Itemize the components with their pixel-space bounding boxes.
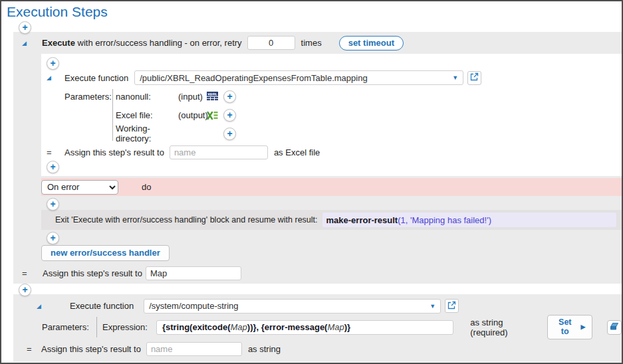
- execute-step-container: + ◢ Execute function /public/XBRL_ReadOp…: [41, 54, 622, 176]
- set-timeout-button[interactable]: set timeout: [339, 36, 404, 50]
- add-substep-button[interactable]: +: [47, 161, 59, 173]
- equals-sign: =: [47, 147, 53, 157]
- expression-label: Expression:: [102, 322, 148, 332]
- expression-function-name: make-error-result: [326, 215, 398, 225]
- plus-icon: +: [227, 128, 232, 139]
- result-name-input[interactable]: [146, 266, 241, 280]
- add-parameter-value-button[interactable]: +: [223, 109, 236, 122]
- assign-result-label: Assign this step's result to: [43, 268, 142, 278]
- equals-sign: =: [27, 344, 32, 354]
- clear-value-button[interactable]: [607, 320, 622, 335]
- function-path-dropdown[interactable]: /public/XBRL_ReadOperatingExpensesFromTa…: [134, 70, 463, 85]
- assign-result-row: = Assign this step's result to: [13, 263, 622, 284]
- exit-block-row: Exit 'Execute with error/success handlin…: [41, 210, 622, 230]
- add-parameter-value-button[interactable]: +: [223, 128, 236, 140]
- plus-icon: +: [50, 199, 55, 209]
- new-error-success-handler-button[interactable]: new error/success handler: [41, 245, 170, 261]
- function-path-dropdown[interactable]: /system/compute-string ▼: [144, 299, 441, 314]
- external-link-icon: [470, 72, 479, 83]
- set-to-button[interactable]: Set to ▶: [547, 315, 592, 339]
- plus-icon: +: [227, 110, 232, 120]
- add-handler-step-button[interactable]: +: [47, 232, 59, 244]
- parameters-label: Parameters:: [42, 322, 88, 332]
- chevron-down-icon: ▼: [430, 303, 436, 310]
- collapse-triangle-icon[interactable]: ◢: [47, 74, 53, 81]
- expression-arguments: (1, 'Mapping has failed!'): [398, 215, 491, 225]
- parameter-name: Excel file:: [116, 110, 178, 120]
- compute-string-block: ◢ Execute function /system/compute-strin…: [13, 294, 622, 362]
- svg-text:XBRL: XBRL: [207, 92, 218, 96]
- add-step-button[interactable]: +: [19, 284, 31, 296]
- error-handler-container: + Exit 'Execute with error/success handl…: [41, 196, 622, 263]
- collapse-triangle-icon[interactable]: ◢: [37, 303, 43, 310]
- add-step-button[interactable]: +: [19, 21, 31, 34]
- plus-icon: +: [22, 22, 27, 33]
- parameters-section: Parameters: Expression: {string(exitcode…: [13, 315, 622, 339]
- error-handling-block: ◢ Execute with error/success handling - …: [13, 32, 622, 284]
- do-label: do: [142, 182, 151, 192]
- assign-result-row: = Assign this step's result to as string: [13, 340, 622, 358]
- exit-block-label: Exit 'Execute with error/success handlin…: [55, 215, 318, 225]
- divider: [112, 89, 113, 141]
- collapse-triangle-icon[interactable]: ◢: [22, 40, 29, 46]
- plus-icon: +: [50, 58, 55, 68]
- page-title: Execution Steps: [1, 1, 622, 21]
- parameter-type-label: as string (required): [470, 318, 538, 337]
- on-error-row: On error do: [41, 178, 622, 196]
- exit-result-expression[interactable]: make-error-result(1, 'Mapping has failed…: [322, 213, 616, 227]
- retry-count-input[interactable]: [247, 36, 295, 50]
- execute-function-row: ◢ Execute function /system/compute-strin…: [13, 297, 622, 315]
- execute-function-label: Execute function: [64, 73, 128, 83]
- add-parameter-value-button[interactable]: +: [223, 90, 236, 103]
- plus-icon: +: [50, 232, 55, 243]
- parameter-direction: (output): [178, 110, 207, 120]
- plus-icon: +: [227, 91, 232, 102]
- divider: [96, 317, 97, 337]
- open-function-button[interactable]: [445, 299, 459, 313]
- on-error-select[interactable]: On error: [41, 180, 118, 195]
- block-header-text: Execute with error/success handling - on…: [42, 38, 242, 48]
- result-type-label: as string: [248, 344, 281, 354]
- external-link-icon: [447, 301, 456, 312]
- execute-function-label: Execute function: [70, 301, 134, 311]
- expression-input[interactable]: {string(exitcode(Map))}, {error-message(…: [156, 320, 453, 335]
- result-type-label: as Excel file: [274, 147, 320, 157]
- plus-icon: +: [50, 161, 55, 172]
- parameters-label: Parameters:: [64, 87, 108, 143]
- assign-result-label: Assign this step's result to: [41, 344, 141, 354]
- times-label: times: [301, 38, 322, 48]
- assign-result-row: = Assign this step's result to as Excel …: [47, 143, 616, 161]
- arrow-right-icon: ▶: [580, 323, 585, 330]
- excel-file-icon: [207, 110, 223, 120]
- parameter-name: Working-directory:: [116, 124, 178, 143]
- execute-function-row: ◢ Execute function /public/XBRL_ReadOper…: [47, 69, 616, 86]
- assign-result-label: Assign this step's result to: [64, 147, 164, 157]
- chevron-down-icon: ▼: [452, 74, 458, 81]
- parameter-row: Working-directory: +: [116, 124, 236, 143]
- parameter-direction: (input): [178, 92, 207, 102]
- eraser-icon: [610, 322, 619, 333]
- add-handler-step-button[interactable]: +: [47, 198, 59, 211]
- parameter-row: Excel file: (output) +: [116, 106, 236, 124]
- parameters-section: Parameters: nanonull: (input) XBRL + Exc…: [47, 87, 616, 143]
- parameters-table: nanonull: (input) XBRL + Excel file: (ou…: [116, 87, 236, 143]
- result-name-input[interactable]: [146, 342, 242, 356]
- equals-sign: =: [22, 268, 29, 278]
- open-function-button[interactable]: [467, 71, 481, 85]
- xbrl-table-icon: XBRL: [207, 92, 223, 102]
- error-handling-block-header: ◢ Execute with error/success handling - …: [13, 32, 622, 54]
- add-substep-button[interactable]: +: [47, 57, 59, 70]
- result-name-input[interactable]: [170, 145, 268, 159]
- parameter-row: nanonull: (input) XBRL +: [116, 87, 236, 106]
- parameter-name: nanonull:: [116, 92, 178, 102]
- plus-icon: +: [22, 284, 27, 295]
